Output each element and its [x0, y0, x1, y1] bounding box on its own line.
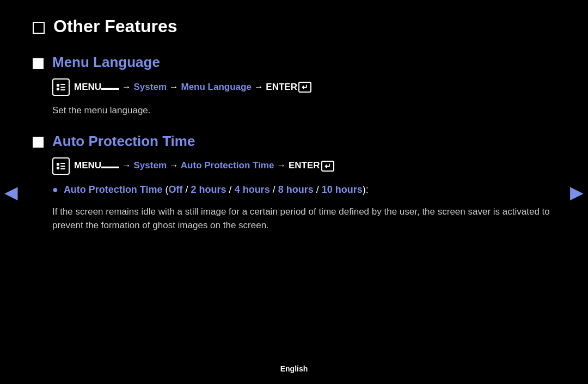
bullet-dot: ●	[52, 184, 58, 196]
svg-rect-8	[60, 166, 65, 167]
checkbox-icon	[33, 22, 45, 34]
svg-rect-3	[60, 87, 65, 88]
bullet-sep-1: /	[183, 184, 191, 195]
bullet-option-2h: 2 hours	[191, 184, 226, 195]
main-container: Other Features Menu Language MENU▬▬▬ → S…	[0, 0, 588, 384]
section-title-menu-language: Menu Language	[52, 54, 160, 71]
menu-path-text-ml: MENU▬▬▬ → System → Menu Language → ENTER…	[74, 82, 311, 93]
filled-square-icon	[33, 58, 44, 69]
svg-rect-1	[57, 88, 59, 90]
page-title-row: Other Features	[33, 16, 555, 36]
bullet-option-8h: 8 hours	[278, 184, 314, 195]
bullet-sep-2: /	[226, 184, 235, 195]
svg-rect-9	[60, 168, 65, 169]
filled-square-icon-2	[33, 137, 44, 148]
svg-rect-6	[57, 167, 59, 169]
menu-icon	[52, 78, 70, 96]
page-title: Other Features	[53, 16, 177, 36]
footer-language: English	[280, 364, 308, 373]
bullet-option-10h: 10 hours	[322, 184, 363, 195]
section-auto-protection: Auto Protection Time MENU▬▬▬ → System → …	[33, 133, 555, 233]
bullet-section-apt: ● Auto Protection Time (Off / 2 hours / …	[52, 182, 555, 197]
bullet-sep-3: /	[270, 184, 278, 195]
svg-rect-0	[57, 84, 59, 87]
section-title-auto-protection: Auto Protection Time	[52, 133, 195, 150]
description-menu-language: Set the menu language.	[52, 103, 555, 118]
section-header-auto-protection: Auto Protection Time	[33, 133, 555, 150]
section-menu-language: Menu Language MENU▬▬▬ → System → Menu La…	[33, 54, 555, 118]
nav-arrow-right[interactable]: ▶	[570, 182, 584, 203]
bullet-option-off: Off	[169, 184, 183, 195]
menu-path-text-apt: MENU▬▬▬ → System → Auto Protection Time …	[74, 160, 334, 172]
menu-icon-2	[52, 157, 70, 175]
section-header-menu-language: Menu Language	[33, 54, 555, 71]
bullet-option-4h: 4 hours	[235, 184, 270, 195]
bullet-sep-4: /	[314, 184, 322, 195]
svg-rect-2	[60, 84, 65, 85]
menu-path-menu-language: MENU▬▬▬ → System → Menu Language → ENTER…	[52, 78, 555, 96]
bullet-item-apt: ● Auto Protection Time (Off / 2 hours / …	[52, 182, 555, 197]
bullet-label: Auto Protection Time	[64, 184, 163, 195]
svg-rect-7	[60, 163, 65, 164]
description-auto-protection: If the screen remains idle with a still …	[52, 205, 555, 233]
svg-rect-4	[60, 89, 65, 90]
nav-arrow-left[interactable]: ◀	[4, 182, 18, 203]
svg-rect-5	[57, 163, 59, 166]
menu-path-auto-protection: MENU▬▬▬ → System → Auto Protection Time …	[52, 157, 555, 175]
bullet-text-apt: Auto Protection Time (Off / 2 hours / 4 …	[64, 182, 369, 197]
bullet-paren-close: ):	[363, 184, 369, 195]
